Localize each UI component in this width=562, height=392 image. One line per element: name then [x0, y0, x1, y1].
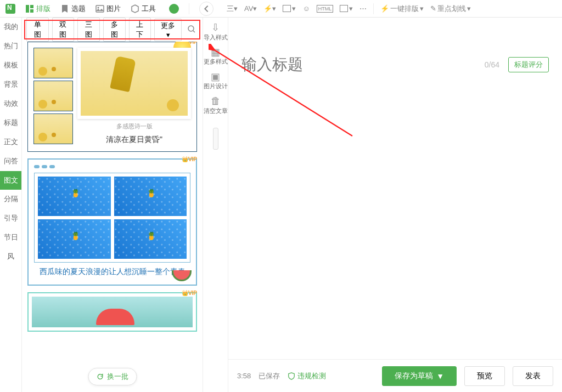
svg-rect-0: [26, 5, 29, 13]
editor-toolbar: 三▾ AV▾ ⚡▾ ▾ ☺ HTML ▾ ⋯ ⚡ 一键排版▾ ✎ 重点划线▾: [227, 3, 471, 14]
media-icon[interactable]: ▾: [340, 4, 353, 13]
save-status: 已保存: [258, 371, 280, 381]
preview-button[interactable]: 预览: [464, 366, 505, 386]
format-icon[interactable]: 三▾: [227, 4, 238, 14]
nav-tools[interactable]: 工具: [131, 4, 156, 14]
pool-image: 🍍: [114, 177, 187, 216]
pool-image: 🍍: [38, 177, 111, 216]
trash-icon: 🗑: [204, 95, 228, 107]
category-sidebar: 我的 热门 模板 背景 动效 标题 正文 问答 图文 分隔 引导 节日 风: [0, 18, 22, 392]
tool-label: 清空文章: [204, 107, 228, 115]
tool-label: 图片设计: [204, 83, 228, 90]
caret-down-icon: ▼: [436, 372, 444, 380]
cube-icon: [131, 4, 139, 13]
sidebar-tab-body[interactable]: 正文: [0, 133, 21, 152]
nav-topic[interactable]: 选题: [60, 4, 86, 14]
tool-label: 更多样式: [204, 58, 228, 65]
spacing-icon[interactable]: AV▾: [244, 4, 257, 13]
violation-label: 违规检测: [297, 371, 326, 381]
layout-icon: [25, 4, 34, 13]
filter-single[interactable]: 单图: [26, 18, 49, 42]
nav-image[interactable]: 图片: [95, 4, 121, 14]
save-time: 3:58: [237, 372, 251, 380]
thumb-image: [33, 113, 73, 144]
sidebar-tab-title[interactable]: 标题: [0, 113, 21, 133]
svg-point-5: [188, 26, 194, 31]
editor-footer: 3:58 已保存 违规检测 保存为草稿▼ 预览 发表: [228, 359, 562, 392]
nav-layout[interactable]: 排版: [25, 4, 50, 14]
logo-icon: [5, 4, 15, 14]
sidebar-tab-guide[interactable]: 引导: [0, 209, 21, 228]
tool-more-style[interactable]: ▦ 更多样式: [204, 47, 228, 66]
svg-rect-1: [30, 5, 33, 8]
shield-icon: [288, 372, 295, 380]
filter-updown[interactable]: 上下: [129, 18, 151, 42]
template-card[interactable]: VIP 🍍 🍍 🍍 🍍 西瓜味的夏天浪漫的让人想沉睡一整个青春: [27, 158, 197, 286]
emoji-icon[interactable]: ☺: [302, 4, 310, 13]
nav-topic-label: 选题: [71, 4, 86, 14]
sidebar-tab-anim[interactable]: 动效: [0, 94, 21, 113]
nav-image-label: 图片: [106, 4, 121, 14]
save-draft-label: 保存为草稿: [395, 371, 433, 381]
sidebar-tab-divider[interactable]: 分隔: [0, 190, 21, 209]
sidebar-tab-qa[interactable]: 问答: [0, 152, 21, 171]
html-icon[interactable]: HTML: [317, 5, 334, 13]
beach-image: [32, 297, 193, 327]
sidebar-tab-imagetext[interactable]: 图文: [0, 171, 21, 190]
nav-tools-label: 工具: [142, 4, 156, 14]
title-row: 0/64 标题评分: [241, 56, 549, 73]
filter-more[interactable]: 更多 ▾: [154, 19, 182, 41]
bookmark-icon: [60, 4, 69, 13]
title-input[interactable]: [241, 56, 476, 73]
violation-check[interactable]: 违规检测: [288, 371, 326, 381]
collapse-handle[interactable]: [213, 128, 218, 150]
tool-label: 导入样式: [204, 34, 228, 41]
filter-double[interactable]: 双图: [52, 18, 75, 42]
insert-image-icon[interactable]: ▾: [283, 4, 296, 13]
refresh-button[interactable]: 换一批: [88, 368, 137, 385]
top-nav: 排版 选题 图片 工具 三▾ AV▾ ⚡▾ ▾ ☺ HTML ▾ ⋯ ⚡ 一键排…: [0, 0, 562, 18]
search-icon[interactable]: [185, 22, 198, 37]
divider: [189, 3, 189, 14]
highlight-tool[interactable]: ✎ 重点划线▾: [430, 4, 471, 14]
grid-icon: ▦: [204, 47, 228, 59]
template-card[interactable]: VIP 多感恩诗一版 清凉在夏日黄昏": [27, 42, 197, 152]
tool-import-style[interactable]: ⇩ 导入样式: [204, 22, 228, 41]
sidebar-tab-style[interactable]: 风: [0, 247, 21, 266]
template-caption: 清凉在夏日黄昏": [77, 132, 191, 146]
more-icon[interactable]: ⋯: [359, 4, 367, 13]
filter-triple[interactable]: 三图: [77, 18, 100, 42]
template-list[interactable]: VIP 多感恩诗一版 清凉在夏日黄昏" VIP: [22, 42, 203, 392]
svg-rect-3: [96, 5, 104, 12]
status-dot[interactable]: [169, 4, 179, 14]
watermelon-icon: [172, 270, 192, 281]
highlight-label: 重点划线: [437, 4, 466, 14]
sidebar-tab-hot[interactable]: 热门: [0, 37, 21, 56]
editor-area: 0/64 标题评分 3:58 已保存 违规检测 保存为草稿▼ 预览 发表: [228, 18, 562, 392]
sidebar-tab-template[interactable]: 模板: [0, 56, 21, 75]
image-icon: [95, 4, 104, 13]
dots-decoration: [34, 165, 190, 168]
magic-icon[interactable]: ⚡▾: [263, 4, 276, 13]
thumb-image: [33, 48, 73, 78]
sidebar-tab-bg[interactable]: 背景: [0, 75, 21, 94]
collapse-left-icon[interactable]: [199, 2, 213, 16]
template-caption: 西瓜味的夏天浪漫的让人想沉睡一整个青春: [34, 263, 190, 279]
import-icon: ⇩: [204, 22, 228, 34]
filter-multi[interactable]: 多图: [103, 18, 126, 42]
tool-clear[interactable]: 🗑 清空文章: [204, 95, 228, 115]
svg-point-4: [98, 7, 99, 8]
publish-button[interactable]: 发表: [513, 366, 553, 386]
title-score-button[interactable]: 标题评分: [508, 57, 549, 72]
tool-column: ⇩ 导入样式 ▦ 更多样式 ▣ 图片设计 🗑 清空文章: [203, 18, 228, 392]
pool-image: 🍍: [38, 219, 111, 259]
tool-image-design[interactable]: ▣ 图片设计: [204, 71, 228, 90]
save-draft-button[interactable]: 保存为草稿▼: [382, 366, 457, 386]
refresh-icon: [96, 373, 104, 380]
sidebar-tab-mine[interactable]: 我的: [0, 18, 21, 37]
sidebar-tab-festival[interactable]: 节日: [0, 228, 21, 247]
auto-layout[interactable]: ⚡ 一键排版▾: [380, 4, 424, 14]
template-card[interactable]: VIP: [27, 292, 197, 332]
filter-bar: 单图 双图 三图 多图 上下 更多 ▾: [22, 18, 203, 42]
nav-layout-label: 排版: [36, 4, 50, 14]
